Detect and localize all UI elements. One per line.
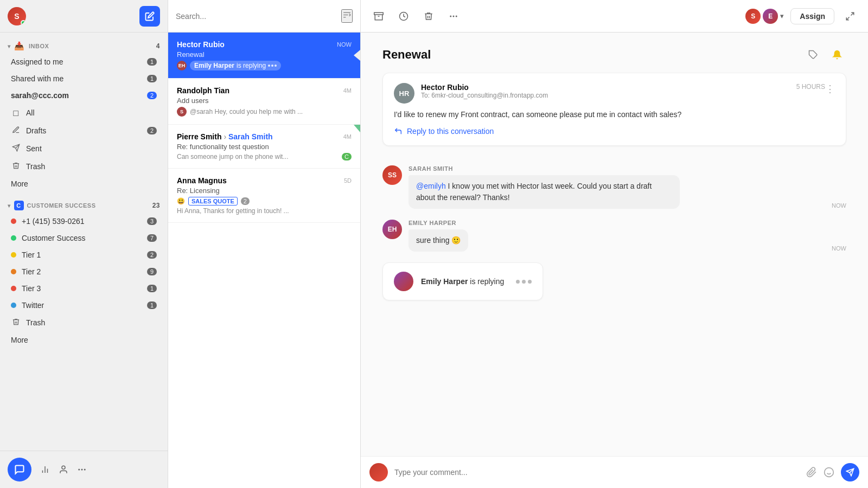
replying-row: Emily Harper is replying <box>382 262 846 300</box>
tier1-dot <box>11 252 16 258</box>
svg-point-16 <box>453 16 454 17</box>
cs-trash-label: Trash <box>26 318 157 327</box>
tier3-badge: 1 <box>147 285 157 292</box>
conv-preview: 😃 SALES QUOTE 2 <box>177 197 352 206</box>
sidebar-item-all[interactable]: ◻ All <box>3 104 164 121</box>
comment-content: EMILY HARPER sure thing 🙂 <box>409 220 825 252</box>
inbox-chevron[interactable]: ▾ <box>8 43 11 49</box>
sidebar-item-sarah-email[interactable]: sarah@ccc.com 2 <box>3 87 164 104</box>
sidebar-item-drafts[interactable]: Drafts 2 <box>3 122 164 139</box>
sidebar-item-customer-success[interactable]: Customer Success 7 <box>3 230 164 246</box>
sidebar: S ▾ 📥 Inbox 4 Assigned to me 1 Shared wi… <box>0 0 168 488</box>
bell-button[interactable] <box>828 46 846 64</box>
sidebar-item-cs-more[interactable]: More <box>3 332 164 348</box>
archive-button[interactable] <box>369 7 388 25</box>
comment-bubble: sure thing 🙂 <box>409 229 468 252</box>
trash-label: Trash <box>26 162 157 171</box>
inbox-section-header: ▾ 📥 Inbox 4 <box>0 37 168 53</box>
active-arrow <box>354 50 360 61</box>
svg-point-21 <box>825 468 834 477</box>
tier2-badge: 9 <box>147 268 157 275</box>
reply-link[interactable]: Reply to this conversation <box>394 127 835 136</box>
cs-dot <box>11 235 16 241</box>
tag-button[interactable] <box>804 46 822 64</box>
svg-rect-12 <box>374 12 384 15</box>
sender-info: Hector Rubio To: 6mkr-cloud_consulting@i… <box>421 83 796 99</box>
sidebar-item-shared-with-me[interactable]: Shared with me 1 <box>3 70 164 87</box>
phone-color-dot <box>11 219 16 224</box>
unread-indicator <box>354 125 360 132</box>
assignees-group: S E ▾ <box>745 9 784 24</box>
online-indicator <box>21 20 26 25</box>
sidebar-item-phone[interactable]: +1 (415) 539-0261 3 <box>3 213 164 229</box>
cs-label: CUSTOMER SUCCESS <box>27 202 96 209</box>
commenter-name: SARAH SMITH <box>409 165 825 172</box>
footer-chart-button[interactable] <box>40 465 50 474</box>
sidebar-item-sent[interactable]: Sent <box>3 140 164 157</box>
emoji-button[interactable] <box>824 467 834 478</box>
conversation-item[interactable]: Hector Rubio NOW Renewal EH Emily Harper… <box>168 33 360 79</box>
comment-input[interactable] <box>394 468 800 477</box>
svg-line-19 <box>846 17 849 20</box>
svg-point-17 <box>456 16 457 17</box>
sidebar-item-assigned-to-me[interactable]: Assigned to me 1 <box>3 54 164 70</box>
conversation-item[interactable]: Randolph Tian 4M Add users S @sarah Hey,… <box>168 79 360 125</box>
snooze-button[interactable] <box>394 7 413 25</box>
customer-success-section-header: ▾ C CUSTOMER SUCCESS 23 <box>0 196 168 213</box>
assignee-avatar-2: E <box>763 9 778 24</box>
user-initials: S <box>14 12 19 21</box>
sidebar-item-tier1[interactable]: Tier 1 2 <box>3 247 164 263</box>
search-input[interactable] <box>176 12 336 21</box>
cs-chevron[interactable]: ▾ <box>8 203 11 209</box>
comment-input-avatar <box>369 463 388 481</box>
preview-avatar: EH <box>177 61 187 70</box>
drafts-icon <box>11 126 21 136</box>
footer-compose-button[interactable] <box>8 458 31 481</box>
conv-item-top: Anna Magnus 5D <box>177 176 352 185</box>
sidebar-item-more[interactable]: More <box>3 176 164 192</box>
sidebar-item-tier3[interactable]: Tier 3 1 <box>3 280 164 297</box>
sidebar-nav: ▾ 📥 Inbox 4 Assigned to me 1 Shared with… <box>0 33 168 451</box>
send-button[interactable] <box>841 463 859 481</box>
all-icon: ◻ <box>11 108 21 118</box>
conv-subject: Re: functionality test question <box>177 143 352 151</box>
more-label: More <box>11 179 157 188</box>
message-more-button[interactable]: ⋮ <box>825 83 835 95</box>
conv-item-top: Hector Rubio NOW <box>177 40 352 49</box>
comment-row: SS SARAH SMITH @emilyh I know you met wi… <box>382 165 846 209</box>
message-time: 5 HOURS <box>796 83 825 91</box>
assignees-dropdown[interactable]: ▾ <box>780 12 784 20</box>
all-label: All <box>26 108 157 117</box>
message-sender-avatar: HR <box>394 83 414 104</box>
user-avatar[interactable]: S <box>8 7 26 25</box>
conv-sender-name: Anna Magnus <box>177 176 227 185</box>
attachment-button[interactable] <box>806 467 817 478</box>
detail-more-button[interactable] <box>444 7 463 25</box>
sidebar-item-tier2[interactable]: Tier 2 9 <box>3 264 164 280</box>
conv-sender-name: Randolph Tian <box>177 86 229 95</box>
expand-button[interactable] <box>841 7 859 25</box>
sidebar-item-cs-trash[interactable]: Trash <box>3 314 164 331</box>
detail-trash-button[interactable] <box>419 7 438 25</box>
tag-count: 2 <box>241 197 250 205</box>
reply-label: Reply to this conversation <box>407 127 494 136</box>
cs-icon: C <box>14 201 24 210</box>
shared-with-me-badge: 1 <box>147 75 157 82</box>
sort-button[interactable] <box>341 9 353 23</box>
conversation-item[interactable]: Pierre Smith › Sarah Smith 4M Re: functi… <box>168 125 360 169</box>
compose-button[interactable] <box>139 6 160 27</box>
assign-button[interactable]: Assign <box>790 8 834 24</box>
conversation-item[interactable]: Anna Magnus 5D Re: Licensing 😃 SALES QUO… <box>168 169 360 223</box>
svg-point-7 <box>81 469 82 470</box>
assignee-avatar-1: S <box>745 9 761 24</box>
sidebar-item-twitter[interactable]: Twitter 1 <box>3 297 164 313</box>
conv-preview: EH Emily Harper is replying <box>177 61 352 70</box>
shared-with-me-label: Shared with me <box>11 74 147 83</box>
detail-toolbar: S E ▾ Assign <box>361 0 868 33</box>
detail-messages: HR Hector Rubio To: 6mkr-cloud_consultin… <box>361 73 868 165</box>
footer-person-button[interactable] <box>59 465 68 474</box>
conv-sender-name: Hector Rubio <box>177 40 225 49</box>
sidebar-footer <box>0 451 168 488</box>
sidebar-item-trash[interactable]: Trash <box>3 158 164 175</box>
footer-more-button[interactable] <box>77 465 87 474</box>
